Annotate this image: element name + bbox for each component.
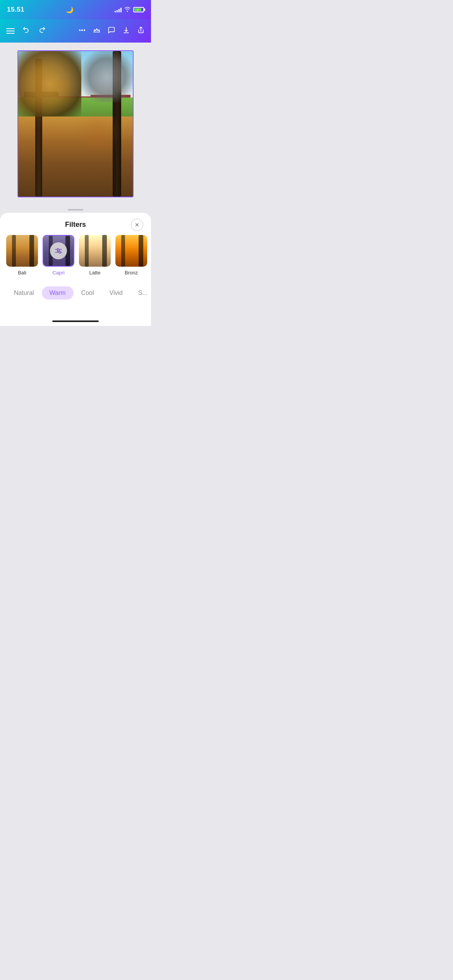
hamburger-line-1 xyxy=(6,28,15,29)
filter-thumb-latte[interactable] xyxy=(79,235,111,267)
hamburger-line-3 xyxy=(6,33,15,34)
filter-label-latte: Latte xyxy=(89,270,101,276)
wifi-icon xyxy=(124,7,131,13)
moon-icon: 🌙 xyxy=(66,6,74,14)
category-tabs[interactable]: Natural Warm Cool Vivid S... xyxy=(0,283,151,306)
signal-icon xyxy=(115,7,122,12)
filters-header: Filters ✕ xyxy=(0,213,151,235)
hamburger-line-2 xyxy=(6,31,15,31)
tab-soft[interactable]: S... xyxy=(130,286,151,300)
toolbar xyxy=(0,19,151,43)
svg-point-0 xyxy=(79,30,81,31)
canvas-area xyxy=(0,43,151,205)
comment-button[interactable] xyxy=(108,26,115,36)
menu-button[interactable] xyxy=(6,28,15,34)
filter-item-bali[interactable]: Bali xyxy=(6,235,38,276)
redo-button[interactable] xyxy=(38,26,46,36)
filter-thumb-bali[interactable] xyxy=(6,235,38,267)
toolbar-left xyxy=(6,26,46,36)
undo-button[interactable] xyxy=(22,26,30,36)
filter-item-bronz[interactable]: Bronz xyxy=(115,235,147,276)
filter-label-capri: Capri xyxy=(52,270,64,276)
image-canvas[interactable] xyxy=(17,50,134,197)
filters-scroll-list[interactable]: Bali xyxy=(0,235,151,283)
filter-label-bronz: Bronz xyxy=(125,270,138,276)
close-filters-button[interactable]: ✕ xyxy=(131,219,143,231)
adjust-icon-circle xyxy=(50,242,67,259)
svg-point-8 xyxy=(57,248,59,250)
tab-vivid[interactable]: Vivid xyxy=(102,286,130,300)
tab-warm[interactable]: Warm xyxy=(42,286,74,300)
filter-item-latte[interactable]: Latte xyxy=(79,235,111,276)
filter-label-bali: Bali xyxy=(18,270,26,276)
filters-bottom-sheet: Filters ✕ Bali xyxy=(0,213,151,317)
status-time: 15.51 xyxy=(7,6,24,14)
drag-handle[interactable] xyxy=(0,205,151,213)
filter-thumb-capri[interactable] xyxy=(43,235,74,267)
filter-thumb-bronz[interactable] xyxy=(115,235,147,267)
status-bar: 15.51 🌙 ⚡ xyxy=(0,0,151,19)
filter-item-capri[interactable]: Capri xyxy=(43,235,74,276)
home-bar xyxy=(52,320,99,322)
home-indicator xyxy=(0,317,151,326)
svg-point-1 xyxy=(82,30,83,31)
tab-natural[interactable]: Natural xyxy=(6,286,42,300)
autumn-image xyxy=(18,51,133,197)
more-button[interactable] xyxy=(78,26,86,36)
capri-overlay xyxy=(43,236,74,266)
battery-icon: ⚡ xyxy=(133,7,144,12)
crown-button[interactable] xyxy=(93,26,101,36)
status-icons: ⚡ xyxy=(115,7,144,13)
svg-point-9 xyxy=(59,251,61,253)
toolbar-right xyxy=(78,26,145,36)
download-button[interactable] xyxy=(122,26,130,36)
close-icon: ✕ xyxy=(135,222,139,228)
drag-pill xyxy=(68,209,83,211)
filters-title: Filters xyxy=(65,221,86,229)
share-button[interactable] xyxy=(137,26,145,36)
tab-cool[interactable]: Cool xyxy=(74,286,102,300)
svg-point-2 xyxy=(84,30,85,31)
